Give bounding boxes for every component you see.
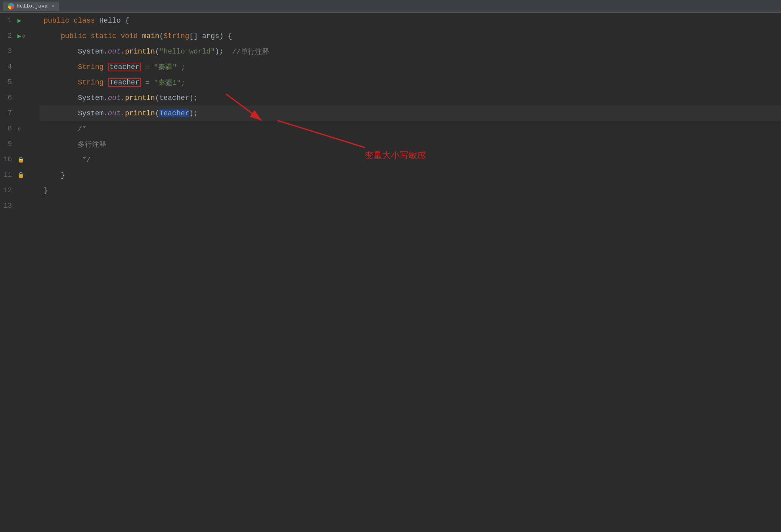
- keyword-class: class: [74, 17, 100, 25]
- line-number-8: 8: [0, 121, 16, 136]
- indent-9: [44, 140, 78, 148]
- line-row-12: 12: [0, 183, 40, 198]
- line-row-3: 3: [0, 44, 40, 59]
- comment-block-open: /*: [78, 125, 86, 133]
- indent-10: [44, 156, 82, 164]
- array-brackets: []: [189, 32, 202, 40]
- gutter-icons-5: [16, 75, 40, 90]
- line-number-7: 7: [0, 105, 16, 121]
- run-icon-2[interactable]: ▶: [17, 32, 21, 40]
- line-row-5: 5: [0, 75, 40, 90]
- string-qinjian1: = "秦疆1";: [141, 78, 186, 87]
- code-line-12: }: [40, 183, 781, 198]
- editor-area: 1 ▶ 2 ▶ ◇ 3 4 5 6: [0, 13, 781, 532]
- line-number-1: 1: [0, 13, 16, 28]
- tab-filename: Hello.java: [17, 3, 48, 9]
- line-row-9: 9: [0, 136, 40, 152]
- method-println-7: println: [125, 109, 155, 117]
- indent-5: [44, 78, 78, 86]
- line-number-11: 11: [0, 167, 16, 183]
- comment-block-content: 多行注释: [78, 140, 106, 149]
- gutter-icons-10: 🔒: [16, 152, 40, 167]
- teacher-arg-6: teacher: [159, 94, 190, 102]
- method-println-6: println: [125, 94, 155, 102]
- code-line-8: /*: [40, 121, 781, 136]
- tab-close-button[interactable]: ×: [52, 4, 54, 9]
- gutter-icons-4: [16, 59, 40, 75]
- paren-close-6: );: [189, 94, 198, 102]
- gutter-icons-8: ◇: [16, 121, 40, 136]
- code-line-9: 多行注释: [40, 136, 781, 152]
- out-3: out: [108, 48, 121, 55]
- code-line-11: }: [40, 167, 781, 183]
- out-7: out: [108, 109, 121, 117]
- line-row-4: 4: [0, 59, 40, 75]
- semi-3: );: [215, 48, 224, 55]
- brace-inner-close: }: [61, 171, 65, 179]
- class-name-Hello: Hello {: [99, 17, 129, 25]
- keyword-string-5: String: [78, 78, 108, 86]
- line-number-4: 4: [0, 59, 16, 75]
- run-icon-1[interactable]: ▶: [17, 17, 21, 25]
- println-dot-7: .: [121, 109, 125, 117]
- keyword-string-4: String: [78, 63, 108, 71]
- paren-close-7: );: [189, 109, 198, 117]
- indent-4: [44, 63, 78, 71]
- gutter-icons-6: [16, 90, 40, 105]
- println-dot-6: .: [121, 94, 125, 102]
- code-line-10: */: [40, 152, 781, 167]
- line-number-12: 12: [0, 183, 16, 198]
- bookmark-icon-2[interactable]: ◇: [22, 33, 25, 39]
- comment-block-close: */: [82, 156, 91, 164]
- code-line-1: public class Hello {: [40, 13, 781, 28]
- code-line-3: System.out.println("hello world"); //单行注…: [40, 44, 781, 59]
- gutter-icons-9: [16, 136, 40, 152]
- code-line-4: String teacher = "秦疆" ;: [40, 59, 781, 75]
- editor-tab[interactable]: Hello.java ×: [3, 2, 59, 11]
- indent-11: [44, 171, 61, 179]
- line-row-1: 1 ▶: [0, 13, 40, 28]
- system-6: System.: [78, 94, 108, 102]
- teacher-variable-lowercase: teacher: [108, 63, 141, 71]
- gutter-icons-13: [16, 198, 40, 214]
- indent-6: [44, 94, 78, 102]
- line-number-6: 6: [0, 90, 16, 105]
- method-main: main: [142, 32, 159, 40]
- line-number-10: 10: [0, 152, 16, 167]
- Teacher-arg-7: Teacher: [159, 109, 190, 117]
- line-row-11: 11 🔒: [0, 167, 40, 183]
- indent-7: [44, 109, 78, 117]
- brace-outer-close: }: [44, 187, 48, 195]
- line-number-3: 3: [0, 44, 16, 59]
- code-line-7: System.out.println(Teacher);: [40, 105, 781, 121]
- indent-8: [44, 125, 78, 133]
- code-area[interactable]: public class Hello { public static void …: [40, 13, 781, 532]
- line-number-13: 13: [0, 198, 16, 214]
- bookmark-icon-11[interactable]: 🔒: [17, 172, 24, 178]
- line-gutter: 1 ▶ 2 ▶ ◇ 3 4 5 6: [0, 13, 40, 532]
- line-number-5: 5: [0, 75, 16, 90]
- string-hello: "hello world": [159, 48, 215, 55]
- tab-icon: [8, 3, 14, 10]
- bookmark-icon-10[interactable]: 🔒: [17, 156, 24, 163]
- paren-open-7: (: [155, 109, 159, 117]
- line-row-13: 13: [0, 198, 40, 214]
- bookmark-icon-8[interactable]: ◇: [17, 125, 21, 132]
- line-row-7: 7: [0, 105, 40, 121]
- gutter-icons-1: ▶: [16, 13, 40, 28]
- Teacher-variable-uppercase: Teacher: [108, 78, 141, 87]
- comment-single: //单行注释: [224, 47, 269, 56]
- paren-3: (: [155, 48, 159, 55]
- line-row-6: 6: [0, 90, 40, 105]
- line-number-2: 2: [0, 28, 16, 44]
- gutter-icons-12: [16, 183, 40, 198]
- indent-3: [44, 48, 78, 55]
- code-line-13: [40, 198, 781, 214]
- gutter-icons-7: [16, 105, 40, 121]
- indent-2: [44, 32, 61, 40]
- keyword-string-2: String: [164, 32, 190, 40]
- keyword-void: void: [121, 32, 142, 40]
- system-7: System.: [78, 109, 108, 117]
- println-3: .: [121, 48, 125, 55]
- system-3: System.: [78, 48, 108, 55]
